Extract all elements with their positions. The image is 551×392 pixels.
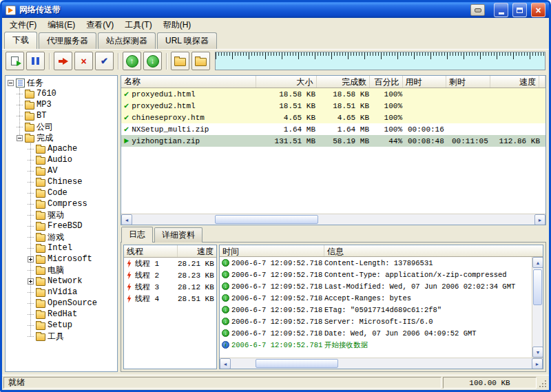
tree-item-apache[interactable]: Apache	[6, 143, 117, 154]
column-header-size[interactable]: 大小	[256, 76, 316, 87]
scroll-right-button[interactable]: ►	[534, 214, 545, 225]
tree-item-tools[interactable]: 工具	[6, 331, 117, 342]
tree-item-microsoft[interactable]: Microsoft	[6, 254, 117, 265]
horizontal-scrollbar[interactable]: ◄ ►	[121, 214, 545, 225]
scroll-left-button[interactable]: ◄	[220, 358, 231, 369]
collapse-icon[interactable]	[17, 135, 23, 141]
scrollbar-thumb[interactable]	[533, 269, 542, 305]
scrollbar-thumb[interactable]	[215, 215, 318, 224]
tree-item-network[interactable]: Network	[6, 276, 117, 287]
tree-item-tasks[interactable]: 任务	[6, 77, 117, 88]
log-row[interactable]: ↓2006-6-7 12:09:52.718 Last-Modified: We…	[220, 280, 532, 292]
horizontal-scrollbar[interactable]: ◄ ►	[220, 358, 543, 369]
tree-item-intel[interactable]: Intel	[6, 243, 117, 254]
menu-help[interactable]: 帮助(H)	[158, 18, 197, 32]
task-row-active[interactable]: ►yizhongtian.zip 131.51 MB 58.19 MB 44% …	[121, 135, 545, 147]
tree-item-completed[interactable]: 完成	[6, 132, 117, 143]
maximize-button[interactable]	[512, 3, 527, 17]
drop-basket-icon[interactable]	[470, 4, 485, 16]
tree-item-games[interactable]: 游戏	[6, 231, 117, 243]
tab-site-explorer[interactable]: 站点探测器	[98, 32, 156, 49]
thread-row[interactable]: 线程 3 28.12 KB	[124, 281, 216, 293]
column-header-speed[interactable]: 速度	[490, 76, 539, 87]
tab-url-sniffer[interactable]: URL 嗅探器	[157, 32, 217, 49]
scrollbar-track[interactable]	[231, 358, 532, 369]
column-header-elapsed[interactable]: 用时	[403, 76, 447, 87]
tree-item-computer[interactable]: 电脑	[6, 265, 117, 276]
log-row[interactable]: ↓2006-6-7 12:09:52.718 Accept-Ranges: by…	[220, 292, 532, 304]
resume-button[interactable]	[54, 52, 72, 70]
tree-item-setup[interactable]: Setup	[6, 320, 117, 331]
move-down-button[interactable]: ↓	[143, 52, 162, 70]
log-row[interactable]: ↓2006-6-7 12:09:52.718 Date: Wed, 07 Jun…	[220, 327, 532, 339]
column-header-info[interactable]: 信息	[324, 245, 543, 256]
tab-log[interactable]: 日志	[121, 227, 153, 243]
open-folder-button[interactable]	[171, 52, 189, 70]
tree-item-mp3[interactable]: MP3	[6, 99, 117, 110]
task-row[interactable]: ✔NXSetup_multi.zip 1.64 MB 1.64 MB 100% …	[121, 123, 545, 135]
log-row[interactable]: ↓2006-6-7 12:09:52.718 ETag: "05917714d6…	[220, 304, 532, 316]
delete-button[interactable]: ×	[74, 52, 93, 70]
menu-tools[interactable]: 工具(T)	[119, 18, 157, 32]
task-row[interactable]: ✔chineseproxy.htm 4.65 KB 4.65 KB 100%	[121, 112, 545, 123]
collapse-icon[interactable]	[8, 80, 14, 86]
tree-item-bt[interactable]: BT	[6, 110, 117, 121]
resize-grip[interactable]	[538, 377, 548, 389]
vertical-scrollbar[interactable]: ▲ ▼	[532, 257, 543, 358]
scroll-down-button[interactable]: ▼	[532, 347, 543, 358]
tree-item-av[interactable]: AV	[6, 165, 117, 176]
tab-download[interactable]: 下载	[4, 32, 37, 49]
tree-junction	[28, 215, 34, 216]
close-button[interactable]: ×	[531, 3, 545, 17]
column-header-completed[interactable]: 完成数	[317, 76, 370, 87]
tree-item-opensource[interactable]: OpenSource	[6, 298, 117, 309]
log-row[interactable]: i2006-6-7 12:09:52.781 开始接收数据	[220, 339, 532, 351]
expand-icon[interactable]	[28, 256, 34, 262]
column-header-thread[interactable]: 线程	[124, 245, 178, 257]
menu-edit[interactable]: 编辑(E)	[42, 18, 81, 32]
tree-item-redhat[interactable]: RedHat	[6, 309, 117, 320]
tab-details[interactable]: 详细资料	[154, 227, 202, 243]
column-header-thread-speed[interactable]: 速度	[178, 245, 216, 257]
thread-row[interactable]: 线程 1 28.21 KB	[124, 258, 216, 269]
thread-row[interactable]: 线程 4 28.51 KB	[124, 293, 216, 305]
new-task-button[interactable]	[6, 52, 24, 70]
log-row[interactable]: ↓2006-6-7 12:09:52.718 Server: Microsoft…	[220, 316, 532, 327]
expand-icon[interactable]	[28, 278, 34, 285]
tree-item-driver[interactable]: 驱动	[6, 209, 117, 220]
log-row[interactable]: ↓2006-6-7 12:09:52.718 Content-Type: app…	[220, 269, 532, 280]
column-header-name[interactable]: 名称	[121, 76, 256, 87]
task-row[interactable]: ✔proxyedu1.html 18.58 KB 18.58 KB 100%	[121, 88, 545, 100]
tree-item-chinese[interactable]: Chinese	[6, 176, 117, 187]
tree-item-audio[interactable]: Audio	[6, 154, 117, 165]
maximize-icon	[517, 8, 523, 13]
menu-file[interactable]: 文件(F)	[4, 18, 42, 32]
tree-item-company[interactable]: 公司	[6, 121, 117, 132]
thread-row[interactable]: 线程 2 28.23 KB	[124, 269, 216, 281]
menu-view[interactable]: 查看(V)	[81, 18, 119, 32]
minimize-button[interactable]	[494, 3, 508, 17]
scrollbar-thumb[interactable]	[256, 359, 338, 368]
tree-item-freebsd[interactable]: FreeBSD	[6, 220, 117, 231]
log-row[interactable]: ↓2006-6-7 12:09:52.718 Content-Length: 1…	[220, 257, 532, 269]
tree-item-7610[interactable]: 7610	[6, 88, 117, 99]
scroll-right-button[interactable]: ►	[532, 358, 543, 369]
browse-folder-button[interactable]	[191, 52, 210, 70]
scroll-left-button[interactable]: ◄	[121, 214, 132, 225]
column-header-percent[interactable]: 百分比	[370, 76, 403, 87]
tree-item-code[interactable]: Code	[6, 187, 117, 198]
scrollbar-track[interactable]	[532, 268, 543, 347]
tree-item-nvidia[interactable]: nVidia	[6, 287, 117, 298]
download-arrow-icon: ↓	[222, 306, 229, 313]
tree-item-compress[interactable]: Compress	[6, 198, 117, 209]
column-header-time[interactable]: 时间	[220, 245, 324, 256]
title-bar[interactable]: 网络传送带 ×	[2, 2, 549, 18]
move-up-button[interactable]: ↑	[123, 52, 141, 70]
scrollbar-track[interactable]	[132, 214, 534, 225]
scroll-up-button[interactable]: ▲	[532, 257, 543, 268]
column-header-remaining[interactable]: 剩时	[446, 76, 490, 87]
pause-button[interactable]	[26, 52, 45, 70]
task-row[interactable]: ✔proxyedu2.html 18.51 KB 18.51 KB 100%	[121, 100, 545, 112]
tab-proxy-server[interactable]: 代理服务器	[39, 32, 96, 49]
confirm-button[interactable]: ✔	[95, 52, 114, 70]
